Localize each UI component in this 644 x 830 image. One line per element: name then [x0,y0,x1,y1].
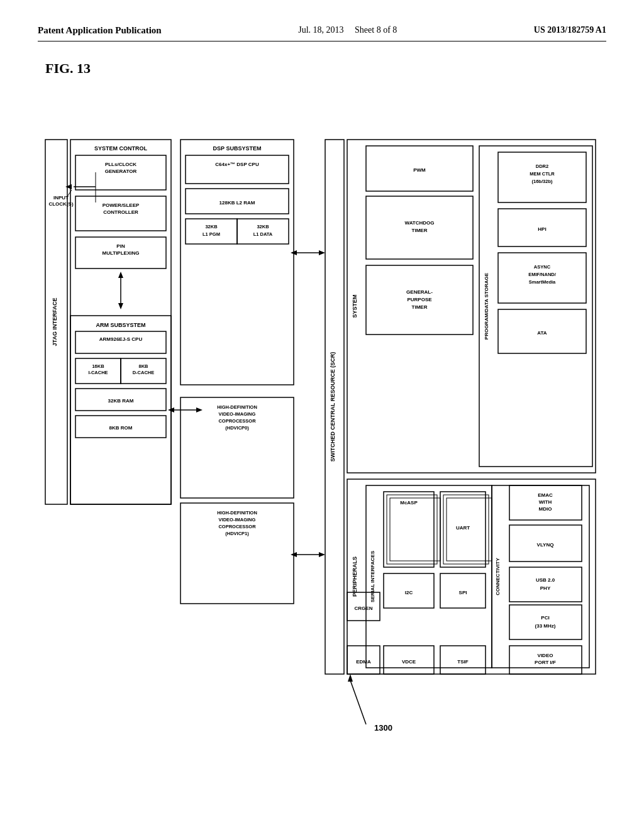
pub-date: Jul. 18, 2013 [298,25,343,35]
svg-text:1300: 1300 [374,723,392,733]
svg-text:128KB L2 RAM: 128KB L2 RAM [219,200,255,206]
svg-rect-87 [492,485,589,668]
svg-text:TIMER: TIMER [412,228,428,233]
svg-text:(33 MHz): (33 MHz) [535,623,556,629]
svg-text:COPROCESSOR: COPROCESSOR [218,418,256,424]
svg-text:VIDEO: VIDEO [538,653,553,658]
svg-text:VIDEO-IMAGING: VIDEO-IMAGING [219,411,256,417]
svg-rect-73 [366,485,492,668]
svg-rect-71 [347,479,596,674]
page-header: Patent Application Publication Jul. 18, … [38,25,606,42]
svg-marker-54 [319,250,325,255]
svg-text:TSIF: TSIF [457,659,468,665]
svg-rect-122 [498,253,586,303]
svg-text:GENERAL-: GENERAL- [406,289,433,295]
svg-text:PURPOSE: PURPOSE [407,297,432,302]
svg-rect-43 [186,155,289,184]
svg-text:HIGH-DEFINITION: HIGH-DEFINITION [217,404,257,410]
svg-text:PLLs/CLOCK: PLLs/CLOCK [105,162,136,167]
svg-text:PHY: PHY [540,585,551,591]
svg-rect-114 [479,146,592,467]
svg-marker-39 [196,407,203,412]
svg-text:SmartMedia: SmartMedia [529,279,556,285]
svg-text:TIMER: TIMER [412,304,428,310]
patent-number: US 2013/182759 A1 [534,25,606,35]
diagram-wrapper: FIG. 13 JTAG INTERFACE SYSTEM CONTROL PL… [39,60,605,815]
svg-text:HIGH-DEFINITION: HIGH-DEFINITION [217,510,257,516]
svg-text:32KB RAM: 32KB RAM [108,398,134,404]
svg-text:PROGRAM/DATA STORAGE: PROGRAM/DATA STORAGE [484,272,489,340]
svg-text:INPUT: INPUT [53,195,69,201]
svg-text:EMIF/NAND/: EMIF/NAND/ [528,272,557,277]
svg-rect-89 [509,567,582,602]
svg-text:PERIPHERALS: PERIPHERALS [352,556,358,597]
svg-text:EDMA: EDMA [356,659,371,665]
svg-text:COPROCESSOR: COPROCESSOR [218,524,256,529]
svg-text:MULTIPLEXING: MULTIPLEXING [103,250,140,256]
svg-text:8KB ROM: 8KB ROM [109,425,133,431]
svg-text:PIN: PIN [116,243,125,249]
svg-marker-20 [65,184,72,189]
figure-label: FIG. 13 [45,60,605,77]
svg-text:SPI: SPI [459,590,467,595]
svg-text:JTAG INTERFACE: JTAG INTERFACE [52,298,58,346]
svg-text:I2C: I2C [405,590,413,595]
svg-text:EMAC: EMAC [538,492,553,498]
svg-text:32KB: 32KB [257,224,269,230]
figure-13-diagram: JTAG INTERFACE SYSTEM CONTROL PLLs/CLOCK… [39,89,605,812]
svg-text:PWM: PWM [413,167,426,173]
svg-marker-16 [118,303,123,309]
publication-title: Patent Application Publication [38,25,162,36]
svg-text:(HDVICP0): (HDVICP0) [225,425,249,431]
svg-rect-41 [180,140,294,385]
svg-text:PCI: PCI [541,615,549,621]
svg-text:ASYNC: ASYNC [534,264,551,270]
svg-text:WATCHDOG: WATCHDOG [405,220,435,226]
svg-text:ARM926EJ-S CPU: ARM926EJ-S CPU [99,336,143,342]
svg-text:USB 2.0: USB 2.0 [536,577,555,583]
svg-line-137 [350,680,366,724]
svg-text:VLYNQ: VLYNQ [537,542,554,548]
svg-text:L1 PGM: L1 PGM [203,231,220,237]
svg-rect-78 [390,498,440,561]
svg-text:VIDEO-IMAGING: VIDEO-IMAGING [219,517,256,523]
svg-text:SYSTEM: SYSTEM [352,294,358,318]
svg-rect-116 [498,152,586,202]
svg-text:(HDVICP1): (HDVICP1) [225,531,249,536]
svg-text:SERIAL INTERFACES: SERIAL INTERFACES [370,550,375,602]
svg-text:16KB: 16KB [92,363,104,369]
svg-text:CLOCK(S): CLOCK(S) [48,201,73,207]
svg-marker-138 [348,674,353,682]
svg-text:WITH: WITH [539,499,552,505]
svg-rect-24 [70,316,171,504]
svg-text:PORT I/F: PORT I/F [535,660,556,665]
page: Patent Application Publication Jul. 18, … [0,0,644,830]
svg-text:ATA: ATA [537,330,547,336]
svg-rect-98 [509,605,582,639]
svg-text:8KB: 8KB [138,363,148,369]
svg-text:CONNECTIVITY: CONNECTIVITY [495,558,501,595]
svg-text:DSP SUBSYSTEM: DSP SUBSYSTEM [213,145,262,152]
svg-text:I-CACHE: I-CACHE [88,370,108,375]
svg-text:ARM SUBSYSTEM: ARM SUBSYSTEM [96,322,145,328]
sheet-info: Sheet 8 of 8 [355,25,397,35]
svg-text:POWER/SLEEP: POWER/SLEEP [103,202,140,208]
svg-text:UART: UART [456,525,470,531]
svg-rect-26 [75,331,166,353]
svg-text:HPI: HPI [538,226,546,232]
svg-text:McASP: McASP [400,500,418,506]
svg-marker-17 [118,272,123,278]
svg-text:SWITCHED CENTRAL RESOURCE (SCR: SWITCHED CENTRAL RESOURCE (SCR) [330,352,336,462]
publication-date-sheet: Jul. 18, 2013 Sheet 8 of 8 [298,25,397,35]
svg-text:VDCE: VDCE [402,659,416,665]
svg-text:MEM CTLR: MEM CTLR [530,171,555,177]
svg-text:L1 DATA: L1 DATA [253,231,273,237]
svg-text:D-CACHE: D-CACHE [133,370,155,375]
svg-text:DDR2: DDR2 [536,163,548,169]
svg-rect-112 [347,140,596,473]
svg-text:CONTROLLER: CONTROLLER [103,209,138,215]
svg-text:GENERATOR: GENERATOR [105,169,137,174]
svg-text:C64x+™ DSP CPU: C64x+™ DSP CPU [215,162,259,167]
svg-text:32KB: 32KB [205,224,218,230]
svg-text:SYSTEM CONTROL: SYSTEM CONTROL [94,145,148,152]
